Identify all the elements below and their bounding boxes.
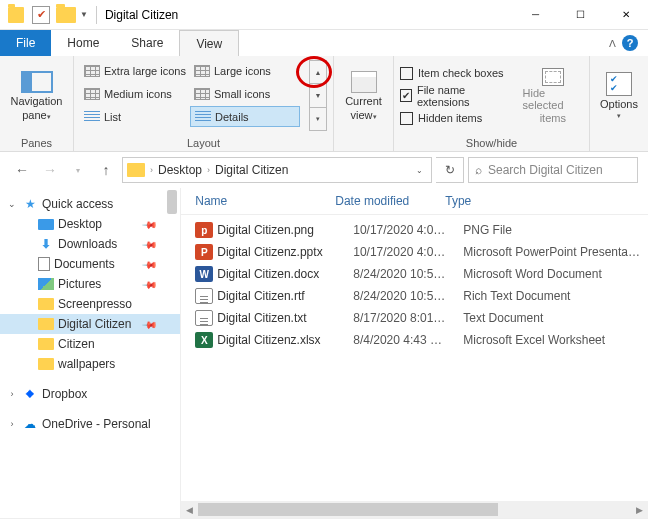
file-row[interactable]: P Digital Citizenz.pptx 10/17/2020 4:0… … <box>181 241 648 263</box>
ribbon-tabs: File Home Share View ᐱ ? <box>0 30 648 56</box>
file-type: Microsoft Word Document <box>463 267 648 281</box>
layout-spin-down[interactable]: ▼ <box>310 84 326 107</box>
tree-onedrive[interactable]: ›☁OneDrive - Personal <box>0 414 180 434</box>
breadcrumb-folder-icon <box>127 163 145 177</box>
layout-spin-up[interactable]: ▲ <box>310 61 326 84</box>
layout-large[interactable]: Large icons <box>190 60 300 81</box>
layout-list[interactable]: List <box>80 106 190 127</box>
layout-spin-more[interactable]: ▾ <box>310 108 326 130</box>
file-type-icon <box>195 288 213 304</box>
column-headers: Name Date modified Type <box>181 188 648 215</box>
tree-quick-access[interactable]: ⌄★Quick access <box>0 194 180 214</box>
file-date: 8/24/2020 10:5… <box>353 289 463 303</box>
col-type[interactable]: Type <box>445 194 648 208</box>
tree-wallpapers[interactable]: wallpapers <box>0 354 180 374</box>
check-file-extensions[interactable]: ✔File name extensions <box>400 84 511 108</box>
search-input[interactable]: ⌕ Search Digital Citizen <box>468 157 638 183</box>
ribbon-collapse-icon[interactable]: ᐱ <box>609 38 616 49</box>
qat-dropdown[interactable]: ▼ <box>80 10 88 19</box>
breadcrumb[interactable]: › Desktop › Digital Citizen ⌄ <box>122 157 432 183</box>
navigation-pane-button[interactable]: Navigation pane▾ <box>6 71 67 121</box>
address-bar: ← → ▾ ↑ › Desktop › Digital Citizen ⌄ ↻ … <box>0 152 648 188</box>
nav-history-dropdown[interactable]: ▾ <box>66 158 90 182</box>
qat-properties-button[interactable]: ✔ <box>32 6 50 24</box>
tree-dropbox[interactable]: ›⯁Dropbox <box>0 384 180 404</box>
tree-screenpresso[interactable]: Screenpresso <box>0 294 180 314</box>
current-view-icon <box>351 71 377 93</box>
file-date: 10/17/2020 4:0… <box>353 245 463 259</box>
close-button[interactable]: ✕ <box>603 0 648 30</box>
navigation-tree: ⌄★Quick access Desktop📌 ⬇Downloads📌 Docu… <box>0 188 181 518</box>
file-row[interactable]: W Digital Citizen.docx 8/24/2020 10:5… M… <box>181 263 648 285</box>
breadcrumb-desktop[interactable]: Desktop <box>158 163 202 177</box>
chevron-right-icon[interactable]: › <box>204 165 213 175</box>
help-icon[interactable]: ? <box>622 35 638 51</box>
hide-selected-button[interactable]: Hide selected items <box>523 68 583 124</box>
group-label-layout: Layout <box>74 135 333 151</box>
tab-file[interactable]: File <box>0 30 51 56</box>
file-row[interactable]: Digital Citizen.txt 8/17/2020 8:01… Text… <box>181 307 648 329</box>
current-view-button[interactable]: Current view▾ <box>340 71 387 121</box>
file-type: Microsoft Excel Worksheet <box>463 333 648 347</box>
file-type-icon: W <box>195 266 213 282</box>
ribbon: Navigation pane▾ Panes Extra large icons… <box>0 56 648 152</box>
file-type: Text Document <box>463 311 648 325</box>
nav-back-button[interactable]: ← <box>10 158 34 182</box>
nav-up-button[interactable]: ↑ <box>94 158 118 182</box>
file-type-icon: p <box>195 222 213 238</box>
tree-scrollbar[interactable] <box>164 188 180 518</box>
tree-citizen[interactable]: Citizen <box>0 334 180 354</box>
layout-medium[interactable]: Medium icons <box>80 83 190 104</box>
col-date[interactable]: Date modified <box>335 194 445 208</box>
file-type: PNG File <box>463 223 648 237</box>
file-name: Digital Citizen.txt <box>217 311 353 325</box>
status-bar: 6 items <box>0 518 648 522</box>
options-button[interactable]: Options ▾ <box>596 72 642 120</box>
check-hidden-items[interactable]: Hidden items <box>400 112 511 125</box>
layout-spinner[interactable]: ▲ ▼ ▾ <box>309 60 327 131</box>
qat-newfolder-button[interactable] <box>56 7 76 23</box>
col-name[interactable]: Name <box>195 194 335 208</box>
tree-digital-citizen[interactable]: Digital Citizen📌 <box>0 314 180 334</box>
file-name: Digital Citizenz.xlsx <box>217 333 353 347</box>
file-date: 8/4/2020 4:43 … <box>353 333 463 347</box>
file-type-icon: P <box>195 244 213 260</box>
file-type-icon: X <box>195 332 213 348</box>
tree-documents[interactable]: Documents📌 <box>0 254 180 274</box>
layout-small[interactable]: Small icons <box>190 83 300 104</box>
tree-desktop[interactable]: Desktop📌 <box>0 214 180 234</box>
file-row[interactable]: X Digital Citizenz.xlsx 8/4/2020 4:43 … … <box>181 329 648 351</box>
file-type: Rich Text Document <box>463 289 648 303</box>
maximize-button[interactable]: ☐ <box>558 0 603 30</box>
file-date: 8/24/2020 10:5… <box>353 267 463 281</box>
tab-view[interactable]: View <box>179 30 239 56</box>
check-item-checkboxes[interactable]: Item check boxes <box>400 67 511 80</box>
group-label-panes: Panes <box>0 135 73 151</box>
file-name: Digital Citizen.rtf <box>217 289 353 303</box>
horizontal-scrollbar[interactable]: ◀▶ <box>181 501 648 518</box>
tab-share[interactable]: Share <box>115 30 179 56</box>
file-name: Digital Citizenz.pptx <box>217 245 353 259</box>
window-title: Digital Citizen <box>105 8 178 22</box>
minimize-button[interactable]: ─ <box>513 0 558 30</box>
layout-xlarge[interactable]: Extra large icons <box>80 60 190 81</box>
group-label-showhide: Show/hide <box>394 135 589 151</box>
title-bar: ✔ ▼ Digital Citizen ─ ☐ ✕ <box>0 0 648 30</box>
chevron-right-icon[interactable]: › <box>147 165 156 175</box>
tree-downloads[interactable]: ⬇Downloads📌 <box>0 234 180 254</box>
hide-selected-icon <box>542 68 564 86</box>
breadcrumb-digitalcitizen[interactable]: Digital Citizen <box>215 163 288 177</box>
file-type: Microsoft PowerPoint Presenta… <box>463 245 648 259</box>
file-row[interactable]: Digital Citizen.rtf 8/24/2020 10:5… Rich… <box>181 285 648 307</box>
refresh-button[interactable]: ↻ <box>436 157 464 183</box>
breadcrumb-dropdown[interactable]: ⌄ <box>416 166 427 175</box>
file-row[interactable]: p Digital Citizen.png 10/17/2020 4:0… PN… <box>181 219 648 241</box>
quick-access-toolbar: ✔ ▼ <box>0 6 88 24</box>
file-name: Digital Citizen.docx <box>217 267 353 281</box>
layout-details[interactable]: Details <box>190 106 300 127</box>
options-icon <box>606 72 632 96</box>
file-list: Name Date modified Type p Digital Citize… <box>181 188 648 518</box>
tree-pictures[interactable]: Pictures📌 <box>0 274 180 294</box>
tab-home[interactable]: Home <box>51 30 115 56</box>
nav-forward-button[interactable]: → <box>38 158 62 182</box>
